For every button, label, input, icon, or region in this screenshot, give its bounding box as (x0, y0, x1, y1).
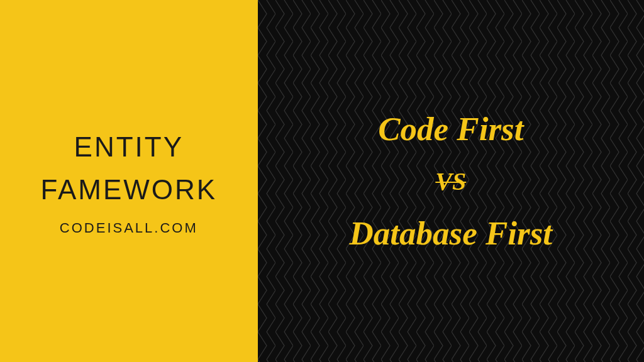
left-panel: ENTITY FAMEWORK CODEISALL.COM (0, 0, 258, 362)
right-panel: Code First VS Database First (258, 0, 644, 362)
database-first-heading: Database First (350, 215, 552, 251)
framework-title: ENTITY FAMEWORK (40, 126, 217, 211)
vs-text: VS (435, 167, 466, 196)
site-name: CODEISALL.COM (60, 220, 198, 236)
code-first-heading: Code First (378, 111, 523, 147)
